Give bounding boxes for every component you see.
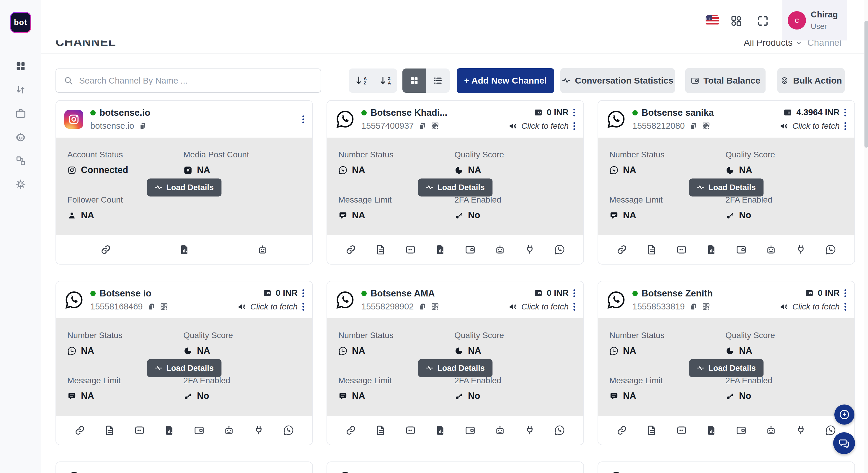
payment-card-icon[interactable] <box>676 244 687 255</box>
bulk-action-button[interactable]: Bulk Action <box>777 68 845 93</box>
card-menu-icon[interactable] <box>844 289 847 297</box>
qr-code-icon[interactable] <box>702 122 710 130</box>
card-menu-icon[interactable] <box>844 108 847 117</box>
payment-card-icon[interactable] <box>405 244 416 255</box>
bot-icon[interactable] <box>257 244 268 255</box>
total-balance-button[interactable]: Total Balance <box>685 68 766 93</box>
link-icon[interactable] <box>616 244 627 255</box>
click-to-fetch[interactable]: Click to fetch <box>521 121 569 131</box>
click-to-fetch[interactable]: Click to fetch <box>250 302 298 312</box>
card-menu-icon[interactable] <box>573 108 576 117</box>
link-icon[interactable] <box>74 425 85 436</box>
report-icon[interactable] <box>706 244 717 255</box>
plug-icon[interactable] <box>524 244 535 255</box>
report-icon[interactable] <box>179 244 190 255</box>
bot-icon[interactable] <box>223 425 235 436</box>
plug-icon[interactable] <box>795 425 806 436</box>
wallet-icon[interactable] <box>194 425 205 436</box>
chat-support-button[interactable] <box>833 432 855 454</box>
plug-icon[interactable] <box>795 244 806 255</box>
apps-grid-button[interactable] <box>730 15 743 27</box>
bot-icon[interactable] <box>495 425 505 436</box>
sort-asc-button[interactable]: AZ <box>349 68 373 93</box>
wallet-icon[interactable] <box>465 244 476 255</box>
link-icon[interactable] <box>345 244 356 255</box>
copy-icon[interactable] <box>689 122 698 130</box>
payment-card-icon[interactable] <box>405 425 416 436</box>
click-to-fetch[interactable]: Click to fetch <box>793 121 840 131</box>
quick-actions-button[interactable] <box>834 405 855 424</box>
load-details-button[interactable]: Load Details <box>418 359 492 377</box>
wallet-icon[interactable] <box>465 425 476 436</box>
whatsapp-icon[interactable] <box>825 244 836 255</box>
card-menu-icon[interactable] <box>573 122 576 130</box>
copy-icon[interactable] <box>139 122 147 130</box>
qr-code-icon[interactable] <box>160 303 168 311</box>
whatsapp-icon[interactable] <box>283 425 294 436</box>
sidebar-item-workflows[interactable] <box>13 83 28 97</box>
card-menu-icon[interactable] <box>302 302 305 311</box>
copy-icon[interactable] <box>418 122 426 130</box>
wallet-icon[interactable] <box>736 425 747 436</box>
us-flag-icon[interactable] <box>706 15 719 25</box>
sidebar-item-bots[interactable] <box>13 130 28 144</box>
load-details-button[interactable]: Load Details <box>689 359 764 377</box>
plug-icon[interactable] <box>253 425 264 436</box>
card-menu-icon[interactable] <box>844 122 847 130</box>
card-menu-icon[interactable] <box>844 302 847 311</box>
fullscreen-button[interactable] <box>757 15 769 27</box>
load-details-button[interactable]: Load Details <box>418 178 492 196</box>
report-icon[interactable] <box>164 425 175 436</box>
conversation-statistics-button[interactable]: Conversation Statistics <box>560 68 675 93</box>
load-details-button[interactable]: Load Details <box>147 359 221 377</box>
copy-icon[interactable] <box>147 303 155 311</box>
qr-code-icon[interactable] <box>702 303 710 311</box>
card-menu-icon[interactable] <box>573 302 576 311</box>
bot-icon[interactable] <box>766 244 776 255</box>
link-icon[interactable] <box>100 244 111 255</box>
qr-code-icon[interactable] <box>431 303 439 311</box>
link-icon[interactable] <box>345 425 356 436</box>
search-input[interactable] <box>79 76 313 86</box>
sidebar-item-dashboard[interactable] <box>13 59 28 73</box>
grid-view-button[interactable] <box>402 68 426 93</box>
page-scrollbar[interactable] <box>864 0 868 473</box>
template-icon[interactable] <box>375 244 386 255</box>
app-logo[interactable]: bot <box>10 12 31 33</box>
whatsapp-icon[interactable] <box>554 425 565 436</box>
report-icon[interactable] <box>435 425 446 436</box>
template-icon[interactable] <box>646 425 657 436</box>
load-details-button[interactable]: Load Details <box>147 178 221 196</box>
card-menu-icon[interactable] <box>573 289 576 297</box>
user-menu[interactable]: c Chirag User <box>782 0 847 40</box>
sidebar-item-settings[interactable] <box>13 177 28 191</box>
report-icon[interactable] <box>706 425 717 436</box>
payment-card-icon[interactable] <box>676 425 687 436</box>
template-icon[interactable] <box>104 425 115 436</box>
copy-icon[interactable] <box>689 303 698 311</box>
sidebar-item-business[interactable] <box>13 106 28 121</box>
card-menu-icon[interactable] <box>302 289 305 297</box>
link-icon[interactable] <box>616 425 627 436</box>
bot-icon[interactable] <box>766 425 776 436</box>
click-to-fetch[interactable]: Click to fetch <box>521 302 569 312</box>
bot-icon[interactable] <box>495 244 505 255</box>
plug-icon[interactable] <box>524 425 535 436</box>
copy-icon[interactable] <box>418 303 426 311</box>
load-details-button[interactable]: Load Details <box>689 178 764 196</box>
wallet-icon[interactable] <box>736 244 747 255</box>
sidebar-item-integrations[interactable] <box>13 154 28 168</box>
sort-desc-button[interactable]: ZA <box>373 68 397 93</box>
template-icon[interactable] <box>375 425 386 436</box>
report-icon[interactable] <box>435 244 446 255</box>
scrollbar-thumb[interactable] <box>864 21 868 148</box>
qr-code-icon[interactable] <box>431 122 439 130</box>
whatsapp-icon[interactable] <box>825 425 836 436</box>
add-new-channel-button[interactable]: + Add New Channel <box>457 68 554 93</box>
card-menu-icon[interactable] <box>302 115 305 124</box>
list-view-button[interactable] <box>426 68 450 93</box>
template-icon[interactable] <box>646 244 657 255</box>
click-to-fetch[interactable]: Click to fetch <box>793 302 840 312</box>
payment-card-icon[interactable] <box>134 425 145 436</box>
breadcrumb-parent[interactable]: All Products <box>744 40 802 48</box>
